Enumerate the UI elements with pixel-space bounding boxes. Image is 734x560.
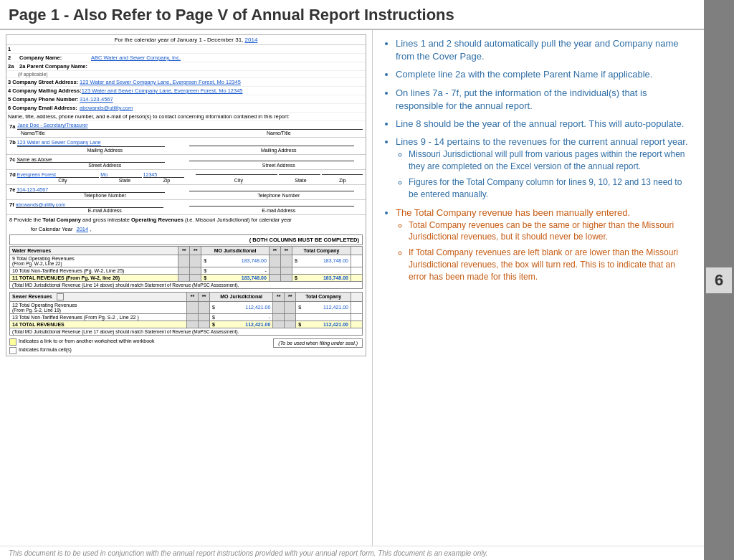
row-2a-sub: (if applicable) <box>6 71 366 78</box>
line12-sub: (From Pg. S-2, Line 19) <box>12 308 61 313</box>
legend-footer: Indicates a link to or from another work… <box>9 338 363 354</box>
mailing-value: 123 Water and Sewer Company Lane, Evergr… <box>82 87 243 94</box>
line10-mo-amount: - <box>265 268 267 273</box>
email-label-r: E-mail Address <box>195 208 363 213</box>
line11-mo-dollar: $ <box>204 275 206 280</box>
instruction-5: Lines 9 - 14 pertains to the revenues fo… <box>396 136 694 200</box>
line13-mo-dollar: $ <box>212 315 215 320</box>
row-7b-labels: Name/Title Name/Title <box>9 130 363 136</box>
email-label: 6 Company Email Address: <box>8 105 80 111</box>
instruction-1-text: Lines 1 and 2 should automatically pull … <box>396 38 679 62</box>
line11-sub: (Total MO Jurisdictional Revenue (Line 1… <box>10 281 363 288</box>
row-7d-labels: City State Zip City State Zip <box>9 178 363 183</box>
line14-label: 14 TOTAL REVENUES <box>12 322 65 327</box>
city-label-r: City <box>199 178 280 183</box>
state-label-l: State <box>105 178 145 183</box>
sewer-section-header: Sewer Revenues ** ** MO Jurisdictional *… <box>10 292 363 301</box>
contact-note: Name, title, address, phone number, and … <box>8 113 290 120</box>
email-label-l: E-mail Address <box>21 208 189 213</box>
instruction-5-subs: Missouri Jurisdictional will pull from v… <box>409 148 694 200</box>
cal-year-label: for Calendar Year <box>31 226 72 232</box>
right-panel: Lines 1 and 2 should automatically pull … <box>373 30 704 546</box>
company-label: Company Name: <box>19 54 91 61</box>
section-7a: 7a Jane Doe - Secretary/Treasurer Name/T… <box>6 121 366 138</box>
contact-7c-same: Same as Above <box>16 157 164 163</box>
instruction-4: Line 8 should be the year of the annual … <box>396 118 694 130</box>
page-title: Page 1 - Also Refer to Page V of Annual … <box>0 0 704 30</box>
line8-sub: for calendar year <box>252 217 292 223</box>
line8-text1: 8 Provide the <box>9 217 41 223</box>
line14-tc-dollar: $ <box>298 322 301 327</box>
section-7c: 7c Same as Above Street Address Street A… <box>6 155 366 170</box>
row-11-sub: (Total MO Jurisdictional Revenue (Line 1… <box>10 281 363 288</box>
section-7e: 7e 314-123-4567 Telephone Number Telepho… <box>6 185 366 200</box>
water-revenues-label: Water Revenues <box>10 246 178 255</box>
city-label-l: City <box>22 178 103 183</box>
section-7f: 7f abcwands@utility.com E-mail Address E… <box>6 200 366 215</box>
sewer-total-company-header: Total Company <box>296 292 351 301</box>
tel-label-l: Telephone Number <box>21 193 189 198</box>
line11-label: 11 TOTAL REVENUES (From Pg. W-2, line 26… <box>12 275 120 280</box>
state-value: Mo <box>100 172 141 178</box>
line12-label: 12 Total Operating Revenues <box>12 303 77 308</box>
contact-7f-value: abcwands@utility.com <box>16 202 163 208</box>
row-6: 6 Company Email Address: abcwands@utilit… <box>6 104 366 113</box>
row-7c-labels: Mailing Address Mailing Address <box>9 148 363 153</box>
instruction-5-sub-1: Missouri Jurisdictional will pull from v… <box>409 148 694 173</box>
contact-7e-value: 314-123-4567 <box>16 187 164 193</box>
line8-text: 8 Provide the Total Company and gross in… <box>9 217 363 224</box>
legend-box-white <box>9 347 16 354</box>
instruction-3: On lines 7a - 7f, put the information of… <box>396 87 694 113</box>
water-section-header: Water Revenues ** ** MO Jurisdictional *… <box>10 246 363 255</box>
company-value: ABC Water and Sewer Company, Inc. <box>91 54 181 61</box>
line13-label: 13 Total Non-Tariffed Revenues (From Pg.… <box>10 313 187 321</box>
row-5: 5 Company Phone Number: 314-123-4567 <box>6 95 366 104</box>
row-7d: 7d Evergreen Forest Mo 12345 <box>9 171 363 178</box>
label-name-title-left: Name/Title <box>21 130 189 136</box>
line9-label: 9 Total Operating Revenues <box>12 256 75 261</box>
line9-mo-amount: 183,748.00 <box>242 258 267 263</box>
row-2: 2 Company Name: ABC Water and Sewer Comp… <box>6 54 366 62</box>
row-2a: 2a 2a Parent Company Name: <box>6 62 366 71</box>
contact-note-row: Name, title, address, phone number, and … <box>6 113 366 121</box>
street-label: 3 Company Street Address: <box>8 79 80 85</box>
instruction-6-text: The Total Company revenue has been manua… <box>396 207 630 218</box>
line9-mo-dollar: $ <box>204 258 206 263</box>
row-7a: 7a Jane Doe - Secretary/Treasurer <box>9 123 363 130</box>
legend-item-2: Indicates formula cell(s) <box>9 347 154 354</box>
line11-tc-dollar: $ <box>295 275 297 280</box>
sewer-mo-juris-header: MO Jurisdictional <box>209 292 272 301</box>
line13-mo-amount: - <box>269 315 270 320</box>
revenue-section: 8 Provide the Total Company and gross in… <box>6 215 366 356</box>
left-panel: For the calendar year of January 1 - Dec… <box>0 30 373 546</box>
line14-mo-dollar: $ <box>212 322 215 327</box>
section-7b: 7b 123 Water and Sewer Company Lane Mail… <box>6 138 366 155</box>
line12-mo-amount: 112,421.00 <box>245 305 270 310</box>
line8-text2: and gross intrastate <box>82 217 130 223</box>
line12-mo-dollar: $ <box>212 305 215 310</box>
zip-label-l: Zip <box>146 178 186 183</box>
legend-item-1: Indicates a link to or from another work… <box>9 338 154 346</box>
line14-mo-amount: 112,421.00 <box>245 322 270 327</box>
label-name-title-right: Name/Title <box>195 130 363 136</box>
zip-label-r: Zip <box>323 178 363 183</box>
instruction-2-text: Complete line 2a with the complete Paren… <box>396 69 652 80</box>
header-year: 2014 <box>245 37 258 43</box>
line12-tc-dollar: $ <box>298 305 301 310</box>
line11-mo-amount: 183,748.00 <box>242 275 267 280</box>
street-addr-label-l: Street Address <box>21 163 189 168</box>
phone-value: 314-123-4567 <box>80 96 113 103</box>
line8-bold2: Operating Revenues <box>131 217 184 223</box>
street-addr-label-r: Street Address <box>195 163 363 168</box>
mo-juris-header: MO Jurisdictional <box>201 246 270 255</box>
parent-label: 2a Parent Company Name: <box>19 63 91 70</box>
instruction-3-text: On lines 7a - 7f, put the information of… <box>396 87 647 111</box>
row-7e-labels: Telephone Number Telephone Number <box>9 193 363 198</box>
row-11: 11 TOTAL REVENUES (From Pg. W-2, line 26… <box>10 274 363 281</box>
line11-tc-amount: 183,748.00 <box>323 275 348 280</box>
legend1-text: Indicates a link to or from another work… <box>19 338 154 343</box>
line8-text3: (i.e. Missouri Jurisdictional) <box>185 217 249 223</box>
instruction-4-text: Line 8 should be the year of the annual … <box>396 118 684 129</box>
sewer-table: Sewer Revenues ** ** MO Jurisdictional *… <box>9 292 363 336</box>
line14-tc-amount: 112,421.00 <box>323 322 348 327</box>
